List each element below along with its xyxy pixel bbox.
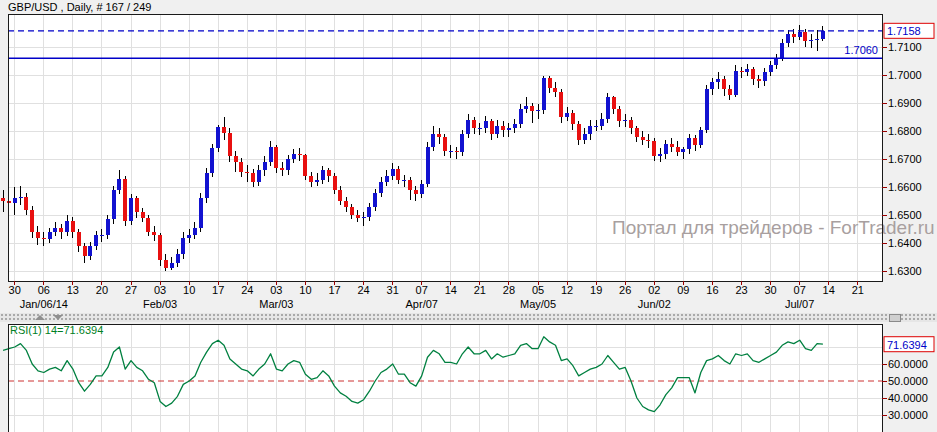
candle	[693, 138, 697, 145]
date-axis-label: 27	[125, 284, 137, 296]
candle	[24, 197, 28, 210]
candle	[187, 235, 191, 238]
candle	[367, 207, 371, 217]
candle	[216, 127, 220, 148]
date-axis-label: 16	[706, 284, 718, 296]
candle	[321, 170, 325, 180]
candle	[600, 119, 604, 126]
price-chart-canvas[interactable]: Портал для трейдеров - ForTrader.ru1.706…	[0, 0, 937, 313]
candle	[327, 170, 331, 176]
collapse-down-handle-icon[interactable]	[53, 315, 63, 320]
date-axis-label: 26	[619, 284, 631, 296]
date-axis-label: 17	[328, 284, 340, 296]
candle	[71, 221, 75, 232]
price-axis-label: 1.7000	[888, 69, 922, 81]
candle	[478, 128, 482, 129]
candle	[210, 148, 214, 173]
candle	[536, 110, 540, 111]
splitter-grip-icon[interactable]	[889, 314, 901, 322]
price-axis-label: 1.6900	[888, 97, 922, 109]
candle	[513, 124, 517, 128]
candle	[83, 246, 87, 256]
candle	[391, 169, 395, 176]
candle	[100, 235, 104, 236]
month-axis-label: Mar/03	[259, 298, 293, 310]
candle	[617, 109, 621, 122]
candle	[146, 218, 150, 232]
candle	[379, 182, 383, 193]
candle	[123, 179, 127, 221]
date-axis-label: 02	[648, 284, 660, 296]
chart-window: GBP/USD , Daily, # 167 / 249 Портал для …	[0, 0, 937, 432]
candle	[333, 176, 337, 190]
candle	[553, 88, 557, 92]
candle	[94, 235, 98, 246]
rsi-axis-label: 50.0000	[888, 375, 928, 387]
candle	[745, 69, 749, 72]
candle	[385, 176, 389, 182]
candle	[158, 235, 162, 260]
candle	[263, 162, 267, 170]
candle	[658, 154, 662, 157]
month-axis-label: Jul/07	[785, 298, 814, 310]
candle	[710, 82, 714, 89]
candle	[356, 215, 360, 218]
candle	[542, 78, 546, 110]
candle	[309, 176, 313, 182]
candle	[48, 232, 52, 239]
rsi-plot-background[interactable]	[8, 324, 882, 432]
candle	[437, 134, 441, 137]
candle	[286, 159, 290, 170]
candle	[670, 144, 674, 147]
candle	[705, 89, 709, 130]
candle	[722, 79, 726, 89]
candle	[251, 173, 255, 181]
candle	[646, 140, 650, 141]
date-axis-label: 10	[183, 284, 195, 296]
candle	[676, 147, 680, 153]
candle	[792, 34, 796, 37]
date-axis-label: 28	[503, 284, 515, 296]
panel-splitter[interactable]	[0, 313, 937, 322]
candle	[338, 190, 342, 201]
candle	[431, 134, 435, 147]
month-axis-label: Jan/06/14	[20, 298, 68, 310]
candle	[641, 137, 645, 140]
price-axis-label: 1.7100	[888, 41, 922, 53]
rsi-axis: 60.000050.000040.000030.000071.6394	[882, 337, 934, 421]
candle	[699, 130, 703, 145]
date-axis-label: 30	[9, 284, 21, 296]
candle	[164, 260, 168, 268]
candle	[13, 198, 17, 202]
candle	[763, 72, 767, 80]
collapse-up-handle-icon[interactable]	[35, 315, 45, 320]
candle	[274, 147, 278, 168]
candle	[588, 126, 592, 134]
candle	[519, 109, 523, 124]
candle	[472, 120, 476, 128]
candle	[19, 197, 23, 199]
rsi-axis-label: 40.0000	[888, 392, 928, 404]
date-axis-label: 30	[764, 284, 776, 296]
candle	[193, 228, 197, 235]
bid-price-label: 1.7158	[887, 25, 921, 37]
candle	[228, 133, 232, 157]
rsi-panel-canvas[interactable]: 60.000050.000040.000030.000071.6394	[0, 322, 937, 432]
candle	[455, 151, 459, 152]
month-axis-label: May/05	[520, 298, 556, 310]
rsi-current-label: 71.6394	[887, 339, 927, 351]
candle	[664, 144, 668, 154]
price-axis-label: 1.6500	[888, 209, 922, 221]
candle	[298, 154, 302, 155]
candle	[234, 156, 238, 162]
candle	[443, 137, 447, 151]
date-axis-label: 03	[154, 284, 166, 296]
candle	[402, 180, 406, 181]
candle	[716, 79, 720, 82]
candle	[245, 172, 249, 173]
candle	[77, 232, 81, 246]
candle	[199, 198, 203, 227]
candle	[629, 120, 633, 128]
date-axis-label: 06	[38, 284, 50, 296]
candle	[734, 71, 738, 95]
